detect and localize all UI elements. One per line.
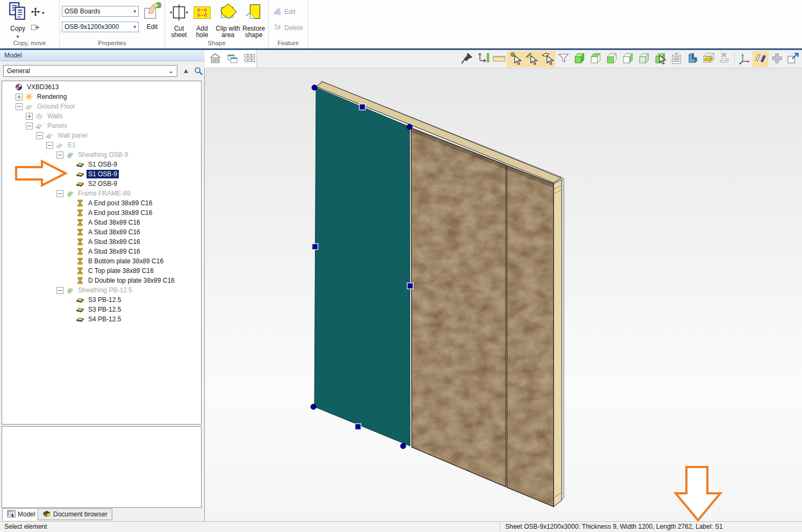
- select-point-button[interactable]: [507, 51, 523, 67]
- tree-item-d-double-top-plate-38x89-c16[interactable]: D Double top plate 38x89 C16: [2, 276, 201, 285]
- floor-icon: [25, 103, 34, 110]
- handle-mid-left[interactable]: [312, 244, 318, 250]
- list-document-icon: [670, 52, 683, 67]
- copy-to-button[interactable]: [30, 23, 40, 34]
- handle-corner-top-left[interactable]: [312, 85, 317, 90]
- tree-item-a-end-post-38x89-c16[interactable]: A End post 38x89 C16: [2, 198, 201, 208]
- edit-properties-button[interactable]: Edit: [141, 2, 163, 31]
- tree-expander-minus-icon[interactable]: [16, 103, 23, 110]
- tab-document-browser[interactable]: Document browser: [38, 508, 112, 520]
- restore-shape-icon: [244, 17, 264, 24]
- delete-shape-button[interactable]: [717, 51, 733, 67]
- tree-item-s3-pb-12-5[interactable]: S3 PB-12.5: [2, 305, 201, 314]
- cube-right-face-button[interactable]: [620, 51, 636, 67]
- tree-expander-minus-icon[interactable]: [56, 287, 63, 294]
- handle-mid-right[interactable]: [407, 283, 413, 289]
- tree-expander-minus-icon[interactable]: [36, 132, 43, 139]
- select-face-button[interactable]: [539, 51, 555, 67]
- handle-mid-top[interactable]: [360, 104, 366, 110]
- tree-item-a-stud-38x89-c16[interactable]: A Stud 38x89 C16: [2, 237, 201, 247]
- wall-far-side-sliver: [562, 179, 564, 500]
- search-button[interactable]: [194, 66, 203, 76]
- cube-top-face-button[interactable]: [588, 51, 604, 67]
- part-block-button[interactable]: [684, 51, 700, 67]
- feature-delete-button[interactable]: Delete: [273, 23, 303, 33]
- tree-expander-minus-icon[interactable]: [56, 190, 63, 197]
- tab-model[interactable]: Model: [2, 508, 40, 520]
- ruler-button[interactable]: [491, 51, 507, 67]
- handle-corner-bottom-left[interactable]: [311, 404, 316, 409]
- tree-item-frame-frame-89[interactable]: Frame FRAME-89: [2, 189, 201, 198]
- handle-corner-top-right[interactable]: [407, 124, 412, 130]
- transparent-cube-button[interactable]: [636, 51, 652, 67]
- tree-item-ground-floor[interactable]: Ground Floor: [2, 102, 201, 111]
- tree-item-walls[interactable]: Walls: [2, 111, 201, 121]
- sheet-icon: [76, 315, 85, 323]
- cascade-windows-icon: [226, 52, 239, 66]
- tree-filter-dropdown[interactable]: General ⌄: [3, 65, 177, 77]
- tree-item-panels[interactable]: Panels: [2, 121, 201, 131]
- solid-cube-button[interactable]: [571, 51, 588, 67]
- move-button[interactable]: ▾: [30, 6, 45, 19]
- filter-button[interactable]: [555, 51, 571, 67]
- tree-item-s3-pb-12-5[interactable]: S3 PB-12.5: [2, 295, 201, 305]
- board-item-dropdown[interactable]: OSB-9x1200x3000 ▾: [62, 21, 139, 32]
- move-dropdown-caret[interactable]: ▾: [42, 10, 45, 16]
- tree-item-sheathing-pb-12-5[interactable]: Sheathing PB-12.5: [2, 285, 201, 295]
- tree-item-c-top-plate-38x89-c16[interactable]: C Top plate 38x89 C16: [2, 266, 201, 276]
- copy-button[interactable]: Copy▾: [4, 2, 31, 40]
- tree-item-a-stud-38x89-c16[interactable]: A Stud 38x89 C16: [2, 247, 201, 256]
- model-filter-row: General ⌄ ▲: [0, 62, 204, 81]
- export-view-button[interactable]: [785, 51, 801, 67]
- ribbon: Copy▾ ▾ Copy, move OSB Boards ▾ OSB-9x12…: [0, 0, 802, 50]
- selected-sheet-s1[interactable]: [314, 88, 410, 446]
- tree-expander-plus-icon[interactable]: [16, 94, 23, 100]
- tree-item-wall-panel[interactable]: Wall panel: [2, 131, 201, 140]
- cube-left-face-button[interactable]: [604, 51, 620, 67]
- select-edge-button[interactable]: [523, 51, 539, 67]
- plus-button[interactable]: [769, 51, 785, 67]
- delete-shape-icon: [718, 52, 732, 67]
- board-type-dropdown[interactable]: OSB Boards ▾: [62, 6, 139, 17]
- beam-icon: [76, 248, 85, 255]
- wall-panel-scene: [204, 50, 802, 521]
- tree-item-rendering[interactable]: Rendering: [2, 92, 201, 102]
- board-pair-button[interactable]: [753, 51, 769, 67]
- handle-corner-bottom-right[interactable]: [400, 443, 406, 449]
- restore-shape-label: Restore shape: [241, 25, 266, 38]
- slab-in-box-button[interactable]: [700, 51, 717, 67]
- cube-left-face-icon: [605, 52, 619, 67]
- collapse-tree-button[interactable]: ▲: [180, 66, 192, 76]
- add-hole-button[interactable]: Add hole: [192, 2, 212, 38]
- cut-sheet-button[interactable]: Cut sheet: [168, 2, 190, 38]
- feature-edit-button[interactable]: Edit: [273, 6, 296, 17]
- feature-group-label: Feature: [269, 40, 307, 46]
- cascade-windows-button[interactable]: [225, 52, 239, 66]
- tree-item-b-bottom-plate-38x89-c16[interactable]: B Bottom plate 38x89 C16: [2, 256, 201, 266]
- tree-item-e1[interactable]: E1: [2, 140, 201, 150]
- wall-end-stud[interactable]: [554, 179, 562, 507]
- handle-mid-bottom[interactable]: [355, 424, 361, 430]
- dimension-button[interactable]: [475, 51, 491, 67]
- tree-item-a-stud-38x89-c16[interactable]: A Stud 38x89 C16: [2, 218, 201, 227]
- tree-expander-minus-icon[interactable]: [26, 123, 33, 130]
- tree-item-label: Frame FRAME-89: [76, 189, 132, 198]
- list-document-button[interactable]: [668, 51, 684, 67]
- restore-shape-button[interactable]: Restore shape: [241, 2, 266, 38]
- tree-expander-plus-icon[interactable]: [26, 113, 33, 120]
- select-solid-button[interactable]: [652, 51, 668, 67]
- pin-button[interactable]: [459, 51, 475, 67]
- clip-with-area-button[interactable]: Clip with area: [214, 2, 241, 38]
- triangle-up-icon: ▲: [183, 67, 190, 75]
- tree-expander-minus-icon[interactable]: [46, 142, 53, 149]
- model-window-button[interactable]: [208, 52, 222, 66]
- axes-button[interactable]: [736, 51, 753, 67]
- tree-item-s4-pb-12-5[interactable]: S4 PB-12.5: [2, 314, 201, 324]
- copy-dropdown-caret[interactable]: ▾: [17, 34, 19, 39]
- tree-item-a-end-post-38x89-c16[interactable]: A End post 38x89 C16: [2, 208, 201, 218]
- osb-sheet-middle[interactable]: [411, 128, 506, 487]
- tree-item-a-stud-38x89-c16[interactable]: A Stud 38x89 C16: [2, 227, 201, 237]
- tree-item-vxbd3613[interactable]: VXBD3613: [2, 82, 201, 92]
- osb-sheet-right[interactable]: [507, 166, 554, 507]
- tile-windows-button[interactable]: [242, 52, 256, 66]
